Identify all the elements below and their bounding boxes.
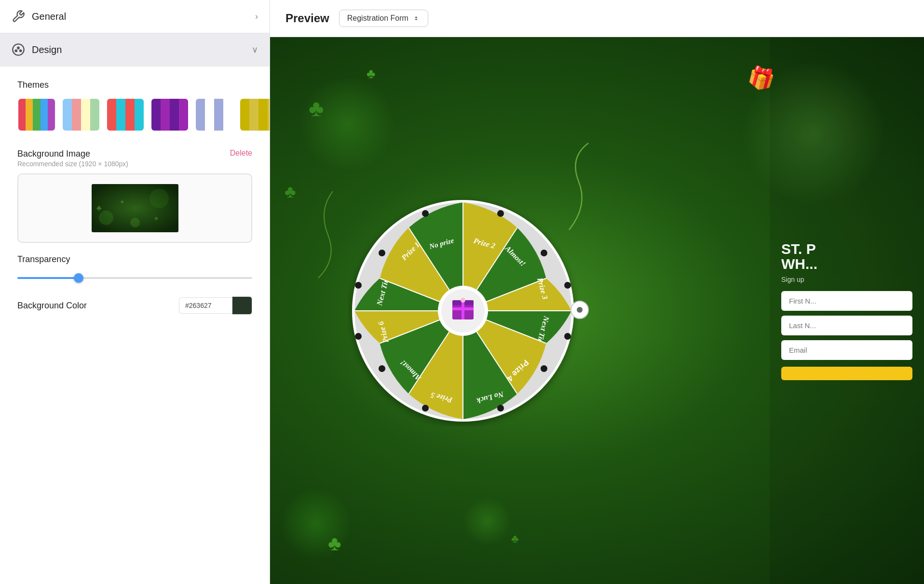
image-thumbnail: ♣ ♣ ♣ <box>92 184 178 232</box>
form-panel: ST. PWH... Sign up <box>770 37 924 584</box>
design-section-header[interactable]: Design ∨ <box>0 33 270 66</box>
theme-swatch-pastel[interactable] <box>62 98 100 132</box>
design-title: Design <box>32 44 62 55</box>
color-input-group <box>179 296 252 315</box>
themes-row <box>17 98 252 132</box>
theme-swatch-gold[interactable] <box>239 98 270 132</box>
svg-point-21 <box>564 333 571 340</box>
svg-point-6 <box>99 211 113 225</box>
wheel-svg: Prize 2 Almost! Prize 3 Next Time <box>347 195 579 426</box>
bg-image-header: Background Image Recommended size (1920 … <box>17 149 252 168</box>
svg-point-1 <box>15 50 17 52</box>
bg-color-label: Background Color <box>17 301 87 311</box>
general-section-left: General <box>12 10 66 23</box>
color-hex-input[interactable] <box>179 297 232 314</box>
svg-text:♣: ♣ <box>154 215 158 222</box>
svg-point-0 <box>13 44 24 55</box>
svg-point-8 <box>130 218 140 227</box>
preview-title: Preview <box>285 12 329 25</box>
background-image-section: Background Image Recommended size (1920 … <box>17 149 252 243</box>
svg-point-58 <box>577 307 583 313</box>
svg-point-7 <box>149 189 169 208</box>
form-heading: ST. PWH... <box>781 241 912 272</box>
form-signup-text: Sign up <box>781 276 912 283</box>
design-chevron: ∨ <box>252 44 258 55</box>
left-panel: General › Design ∨ Themes <box>0 0 270 584</box>
pointer-icon <box>570 300 589 319</box>
last-name-input[interactable] <box>781 316 912 335</box>
palette-icon <box>12 43 25 56</box>
clover-1: ♣ <box>309 95 324 121</box>
bg-image-subtitle: Recommended size (1920 × 1080px) <box>17 160 128 168</box>
svg-point-2 <box>17 47 19 49</box>
wrench-icon <box>12 10 25 23</box>
transparency-slider[interactable] <box>17 277 252 279</box>
svg-point-33 <box>355 282 362 289</box>
clover-5: ♣ <box>511 532 519 545</box>
bokeh-3 <box>280 488 352 560</box>
svg-point-31 <box>355 333 362 340</box>
clover-2: ♣ <box>367 66 375 81</box>
first-name-input[interactable] <box>781 291 912 311</box>
design-section-left: Design <box>12 43 62 56</box>
wheel-wrapper: Prize 2 Almost! Prize 3 Next Time <box>347 195 579 426</box>
svg-text:♣: ♣ <box>96 204 102 212</box>
theme-swatch-lavender[interactable] <box>195 98 233 132</box>
svg-rect-55 <box>452 307 474 310</box>
wheel-pointer <box>570 300 589 321</box>
bg-image-title-group: Background Image Recommended size (1920 … <box>17 149 128 168</box>
clover-3: ♣ <box>285 182 296 202</box>
right-panel: Preview Registration Form ♣ ♣ ♣ ♣ ♣ <box>270 0 924 584</box>
themes-label: Themes <box>17 80 252 90</box>
image-preview-box[interactable]: ♣ ♣ ♣ <box>17 173 252 243</box>
color-box[interactable] <box>232 296 252 315</box>
preview-header: Preview Registration Form <box>270 0 924 37</box>
bokeh-4 <box>463 497 511 545</box>
thumbnail-background: ♣ ♣ ♣ <box>92 184 178 232</box>
bg-image-title: Background Image <box>17 149 128 159</box>
preview-canvas: ♣ ♣ ♣ ♣ ♣ <box>270 37 924 584</box>
theme-swatch-rainbow[interactable] <box>17 98 56 132</box>
svg-point-3 <box>20 50 22 52</box>
general-section-header[interactable]: General › <box>0 0 270 33</box>
background-color-section: Background Color <box>17 296 252 315</box>
submit-button[interactable] <box>781 367 912 380</box>
svg-point-35 <box>379 250 385 256</box>
svg-point-25 <box>497 405 504 411</box>
svg-point-29 <box>379 365 385 372</box>
svg-point-37 <box>422 210 429 217</box>
form-selector[interactable]: Registration Form <box>339 10 428 27</box>
general-chevron: › <box>255 12 258 22</box>
svg-text:♣: ♣ <box>121 199 124 204</box>
delete-button[interactable]: Delete <box>230 149 252 158</box>
panel-content: Themes <box>0 66 270 328</box>
svg-point-17 <box>541 250 547 256</box>
email-input[interactable] <box>781 340 912 360</box>
transparency-label: Transparency <box>17 254 252 265</box>
selector-arrows-icon <box>412 14 420 22</box>
form-selector-value: Registration Form <box>347 14 408 23</box>
transparency-section: Transparency <box>17 254 252 281</box>
svg-point-56 <box>461 298 465 303</box>
theme-swatch-red-cyan[interactable] <box>106 98 145 132</box>
general-title: General <box>32 11 66 22</box>
clover-4: ♣ <box>328 532 341 555</box>
svg-point-19 <box>564 282 571 289</box>
svg-point-15 <box>497 210 504 217</box>
svg-point-23 <box>541 365 547 372</box>
theme-swatch-purple[interactable] <box>150 98 189 132</box>
wheel-scene: ♣ ♣ ♣ ♣ ♣ <box>270 37 924 584</box>
bokeh-1 <box>299 76 395 172</box>
svg-point-27 <box>422 405 429 411</box>
